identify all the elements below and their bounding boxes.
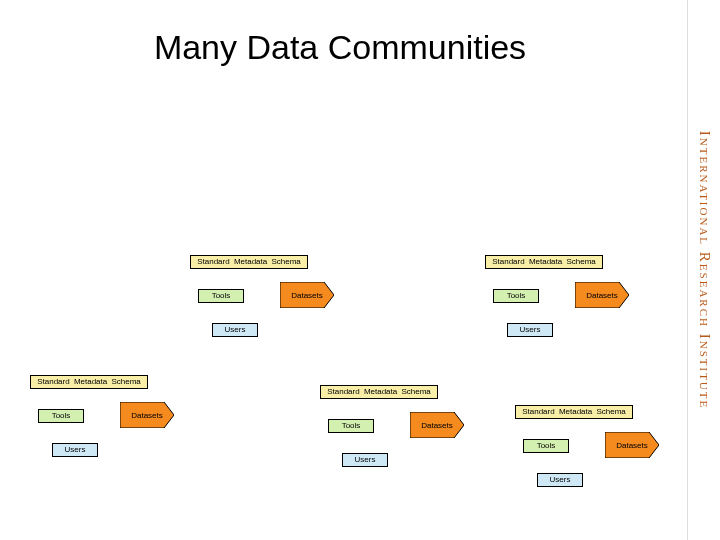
page-title: Many Data Communities: [0, 28, 680, 67]
users-box: Users: [537, 473, 583, 487]
schema-box: Standard Metadata Schema: [320, 385, 438, 399]
tools-box: Tools: [493, 289, 539, 303]
tools-box: Tools: [328, 419, 374, 433]
schema-box: Standard Metadata Schema: [30, 375, 148, 389]
schema-box: Standard Metadata Schema: [515, 405, 633, 419]
schema-box: Standard Metadata Schema: [190, 255, 308, 269]
users-box: Users: [342, 453, 388, 467]
users-box: Users: [52, 443, 98, 457]
datasets-label: Datasets: [421, 421, 453, 430]
datasets-box: Datasets: [280, 282, 334, 308]
schema-box: Standard Metadata Schema: [485, 255, 603, 269]
branding-sidebar: International Research Institute: [687, 0, 720, 540]
datasets-box: Datasets: [575, 282, 629, 308]
tools-box: Tools: [38, 409, 84, 423]
datasets-label: Datasets: [586, 291, 618, 300]
datasets-label: Datasets: [616, 441, 648, 450]
branding-text: International Research Institute: [696, 131, 713, 409]
tools-box: Tools: [198, 289, 244, 303]
datasets-label: Datasets: [291, 291, 323, 300]
tools-box: Tools: [523, 439, 569, 453]
datasets-box: Datasets: [605, 432, 659, 458]
users-box: Users: [212, 323, 258, 337]
datasets-box: Datasets: [120, 402, 174, 428]
users-box: Users: [507, 323, 553, 337]
datasets-box: Datasets: [410, 412, 464, 438]
datasets-label: Datasets: [131, 411, 163, 420]
